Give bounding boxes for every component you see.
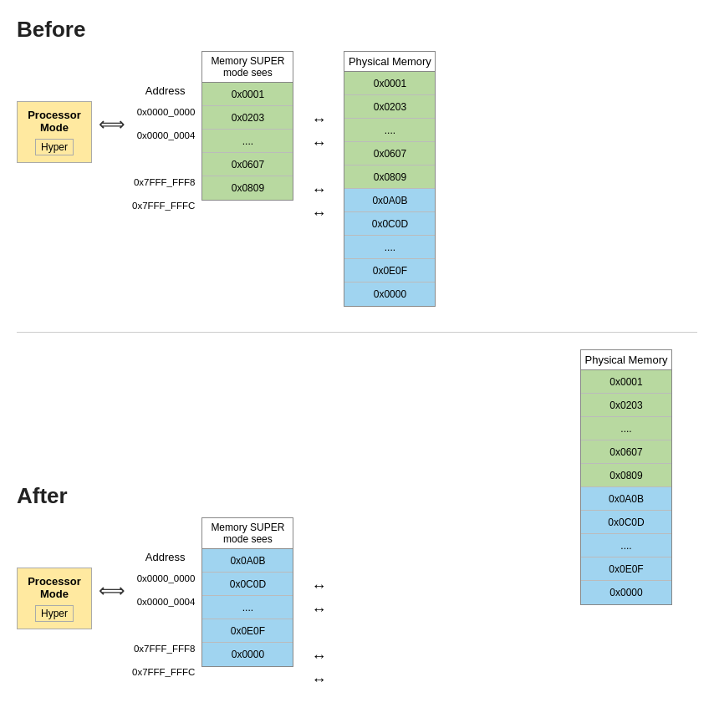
after-phys-4: 0x0809 <box>581 464 671 487</box>
before-arrow-1: ↔ <box>293 131 344 155</box>
after-double-arrow: ⟺ <box>99 580 125 602</box>
after-mem-cell-3: 0x0E0F <box>202 619 293 643</box>
before-label: Before <box>17 17 697 43</box>
before-address-col: Address 0x0000_0000 0x0000_0004 blank 0x… <box>132 84 198 217</box>
after-arrow-0: ↔ <box>293 574 344 598</box>
before-processor-line1: Processor <box>26 109 83 121</box>
after-phys-1: 0x0203 <box>581 394 671 417</box>
after-mem-cell-2: .... <box>202 596 293 619</box>
before-addr-0: 0x0000_0000 <box>132 100 198 124</box>
before-address-header: Address <box>132 84 198 97</box>
before-phys-4: 0x0809 <box>344 165 435 189</box>
after-diagram: Processor Mode Hyper ⟺ Address 0x0000_00… <box>17 517 697 691</box>
before-phys-1: 0x0203 <box>344 95 435 119</box>
after-processor-line1: Processor <box>26 575 83 588</box>
before-arrows-col: ↔ ↔ ↔ ↔ ↔ <box>293 84 344 225</box>
after-processor-box: Processor Mode Hyper <box>17 568 92 629</box>
before-addr-3: 0x7FFF_FFF8 <box>132 171 198 194</box>
before-arrow-0: ↔ <box>293 108 344 131</box>
before-phys-9: 0x0000 <box>344 283 435 306</box>
before-phys-5: 0x0A0B <box>344 189 435 212</box>
after-mem-header: Memory SUPERmode sees <box>202 518 293 549</box>
before-section: Before Processor Mode Hyper ⟺ Address 0x… <box>17 17 697 307</box>
after-addr-4: 0x7FFF_FFFC <box>132 660 198 684</box>
after-address-col: Address 0x0000_0000 0x0000_0004 blank 0x… <box>132 551 198 684</box>
before-mem-cell-2: .... <box>202 130 293 153</box>
after-section: Physical Memory 0x0001 0x0203 .... 0x060… <box>17 349 697 716</box>
before-mem-cell-3: 0x0607 <box>202 153 293 176</box>
after-addr-3: 0x7FFF_FFF8 <box>132 637 198 660</box>
before-phys-2: .... <box>344 119 435 142</box>
after-addr-0: 0x0000_0000 <box>132 567 198 590</box>
before-phys-3: 0x0607 <box>344 142 435 165</box>
after-mem-cell-1: 0x0C0D <box>202 573 293 596</box>
before-diagram: Processor Mode Hyper ⟺ Address 0x0000_00… <box>17 51 697 307</box>
after-arrows-col: ↔ ↔ ↔ ↔ ↔ <box>293 551 344 691</box>
before-double-arrow: ⟺ <box>99 114 125 135</box>
before-mem-cell-1: 0x0203 <box>202 106 293 130</box>
after-phys-header: Physical Memory <box>581 350 671 370</box>
after-arrow-4: ↔ <box>293 668 344 691</box>
after-arrow-1: ↔ <box>293 598 344 621</box>
after-mem-cell-0: 0x0A0B <box>202 549 293 573</box>
before-mem-table: Memory SUPERmode sees 0x0001 0x0203 ....… <box>201 51 293 201</box>
after-mem-table: Memory SUPERmode sees 0x0A0B 0x0C0D ....… <box>201 517 293 667</box>
after-phys-0: 0x0001 <box>581 370 671 394</box>
after-addr-1: 0x0000_0004 <box>132 590 198 613</box>
before-hyper-label: Hyper <box>35 139 74 155</box>
before-processor-box: Processor Mode Hyper <box>17 101 92 163</box>
before-mem-header: Memory SUPERmode sees <box>202 52 293 83</box>
after-arrow-3: ↔ <box>293 644 344 668</box>
before-mem-cell-0: 0x0001 <box>202 83 293 106</box>
before-phys-table: Physical Memory 0x0001 0x0203 .... 0x060… <box>344 51 436 307</box>
after-mem-cell-4: 0x0000 <box>202 643 293 666</box>
after-phys-2: .... <box>581 417 671 440</box>
after-hyper-label: Hyper <box>35 605 74 622</box>
section-divider <box>17 332 697 333</box>
before-processor-line2: Mode <box>26 121 83 134</box>
before-arrow-4: ↔ <box>293 201 344 225</box>
after-phys-3: 0x0607 <box>581 440 671 464</box>
before-phys-8: 0x0E0F <box>344 259 435 283</box>
before-phys-7: .... <box>344 236 435 259</box>
before-addr-1: 0x0000_0004 <box>132 124 198 147</box>
before-mem-cell-4: 0x0809 <box>202 176 293 200</box>
after-address-header: Address <box>132 551 198 563</box>
after-processor-line2: Mode <box>26 588 83 600</box>
before-addr-4: 0x7FFF_FFFC <box>132 194 198 217</box>
before-arrow-3: ↔ <box>293 178 344 201</box>
before-phys-0: 0x0001 <box>344 72 435 95</box>
before-phys-6: 0x0C0D <box>344 212 435 236</box>
before-phys-header: Physical Memory <box>344 52 435 72</box>
after-phys-5: 0x0A0B <box>581 487 671 511</box>
